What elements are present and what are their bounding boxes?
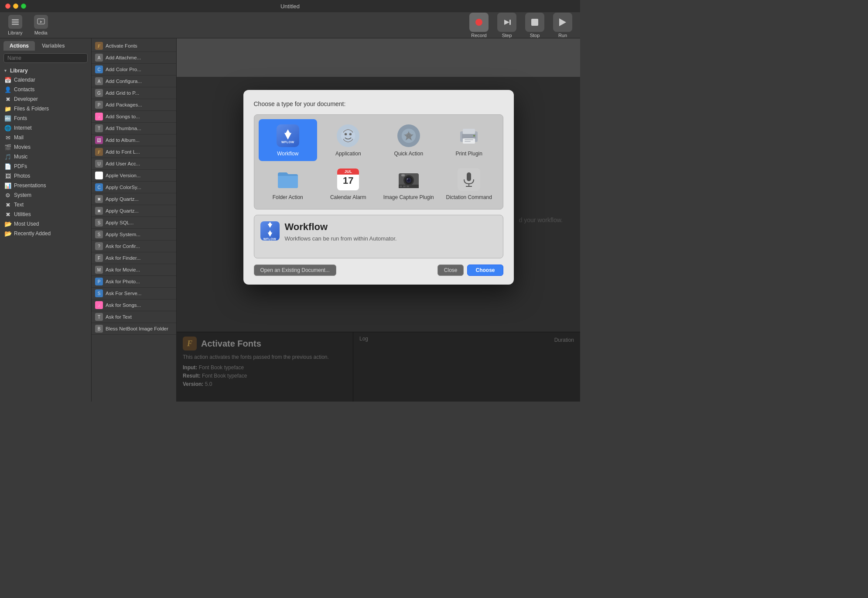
action-icon: ✖	[95, 195, 103, 203]
action-icon: S	[95, 230, 103, 238]
action-item-add-album[interactable]: 🖼 Add to Album...	[92, 134, 176, 146]
action-icon: U	[95, 160, 103, 168]
action-icon: M	[95, 266, 103, 274]
mail-icon: ✉	[4, 134, 11, 141]
action-icon: ♪	[95, 113, 103, 120]
action-item-ask-finder[interactable]: F Ask for Finder...	[92, 252, 176, 264]
action-label: Add to Font L...	[106, 149, 140, 155]
action-icon: S	[95, 289, 103, 297]
doc-type-dictation[interactable]: Dictation Command	[440, 163, 499, 205]
application-icon-wrap	[336, 124, 360, 148]
stop-button[interactable]: Stop	[522, 11, 548, 40]
sidebar-item-recently-added[interactable]: 📂 Recently Added	[0, 229, 91, 238]
run-button[interactable]: Run	[550, 11, 576, 40]
action-item-ask-movie[interactable]: M Ask for Movie...	[92, 264, 176, 276]
fullscreen-button[interactable]	[21, 3, 26, 9]
sidebar-item-photos[interactable]: 🖼 Photos	[0, 171, 91, 181]
sidebar-tabs: Actions Variables	[0, 38, 91, 51]
library-list: ▼ Library 📅 Calendar 👤 Contacts ✖ Develo…	[0, 65, 91, 402]
action-item-apply-colorsy[interactable]: C Apply ColorSy...	[92, 182, 176, 193]
sidebar-item-files[interactable]: 📁 Files & Folders	[0, 104, 91, 113]
media-button[interactable]: Media	[31, 13, 51, 37]
choose-button[interactable]: Choose	[467, 265, 503, 276]
action-item-ask-confirm[interactable]: ? Ask for Confir...	[92, 241, 176, 252]
sidebar-item-music[interactable]: 🎵 Music	[0, 152, 91, 162]
action-item-ask-photo[interactable]: P Ask for Photo...	[92, 276, 176, 288]
doc-type-folder-action[interactable]: Folder Action	[259, 163, 318, 205]
action-item-add-thumb[interactable]: T Add Thumbna...	[92, 123, 176, 134]
action-item-add-color[interactable]: C Add Color Pro...	[92, 64, 176, 76]
library-button[interactable]: Library	[4, 13, 26, 37]
sidebar-item-utilities[interactable]: ✖ Utilities	[0, 210, 91, 219]
action-item-add-grid[interactable]: G Add Grid to P...	[92, 87, 176, 99]
action-item-apple-version[interactable]: Apple Version...	[92, 170, 176, 182]
tab-variables[interactable]: Variables	[36, 41, 71, 51]
toolbar-right: Record Step Stop Run	[466, 11, 576, 40]
internet-icon: 🌐	[4, 124, 11, 131]
sidebar-item-internet[interactable]: 🌐 Internet	[0, 123, 91, 133]
action-item-ask-server[interactable]: S Ask For Serve...	[92, 288, 176, 299]
action-item-apply-quartz2[interactable]: ✖ Apply Quartz...	[92, 205, 176, 217]
sidebar-item-calendar[interactable]: 📅 Calendar	[0, 75, 91, 85]
action-label: Add Packages...	[106, 102, 142, 107]
search-input[interactable]	[3, 53, 88, 63]
sidebar-item-presentations[interactable]: 📊 Presentations	[0, 181, 91, 190]
action-item-apply-system[interactable]: S Apply System...	[92, 229, 176, 241]
action-label: Bless NetBoot Image Folder	[106, 326, 168, 331]
close-button[interactable]	[5, 3, 10, 9]
sidebar-item-label: Photos	[14, 173, 30, 179]
action-item-add-font-list[interactable]: F Add to Font L...	[92, 146, 176, 158]
record-button[interactable]: Record	[466, 11, 492, 40]
sidebar-item-most-used[interactable]: 📂 Most Used	[0, 219, 91, 229]
open-existing-button[interactable]: Open an Existing Document...	[254, 265, 336, 276]
action-item-add-config[interactable]: A Add Configura...	[92, 76, 176, 87]
doc-type-calendar-alarm[interactable]: JUL 17 Calendar Alarm	[319, 163, 378, 205]
sidebar-item-pdfs[interactable]: 📄 PDFs	[0, 162, 91, 171]
action-item-ask-text[interactable]: T Ask for Text	[92, 311, 176, 323]
sidebar-item-system[interactable]: ⚙ System	[0, 190, 91, 200]
action-item-apply-sql[interactable]: S Apply SQL...	[92, 217, 176, 229]
svg-rect-26	[400, 186, 402, 187]
action-item-add-attachment[interactable]: A Add Attachme...	[92, 52, 176, 64]
action-item-add-user[interactable]: U Add User Acc...	[92, 158, 176, 170]
action-item-apply-quartz1[interactable]: ✖ Apply Quartz...	[92, 193, 176, 205]
action-icon: ✖	[95, 207, 103, 215]
action-item-activate-fonts[interactable]: F Activate Fonts	[92, 40, 176, 52]
svg-point-5	[341, 129, 355, 143]
svg-rect-2	[12, 24, 19, 25]
sidebar-item-movies[interactable]: 🎬 Movies	[0, 142, 91, 152]
sidebar-item-label: Presentations	[14, 182, 46, 189]
action-icon: C	[95, 183, 103, 191]
action-item-add-songs[interactable]: ♪ Add Songs to...	[92, 111, 176, 123]
doc-type-image-capture[interactable]: Image Capture Plugin	[379, 163, 438, 205]
sidebar-item-label: Files & Folders	[14, 106, 49, 112]
action-icon: P	[95, 101, 103, 109]
doc-type-application[interactable]: Application	[319, 119, 378, 161]
action-label: Apply ColorSy...	[106, 185, 141, 190]
close-button[interactable]: Close	[437, 265, 464, 276]
doc-type-quick-action[interactable]: Quick Action	[379, 119, 438, 161]
desc-wflow-icon: WFLOW	[260, 221, 280, 241]
sidebar-item-text[interactable]: ✖ Text	[0, 200, 91, 210]
action-item-bless-netboot[interactable]: B Bless NetBoot Image Folder	[92, 323, 176, 335]
action-item-ask-songs[interactable]: ♪ Ask for Songs...	[92, 299, 176, 311]
minimize-button[interactable]	[13, 3, 18, 9]
doc-type-workflow[interactable]: WFLOW Workflow	[259, 119, 318, 161]
tab-actions[interactable]: Actions	[3, 41, 35, 51]
action-item-add-packages[interactable]: P Add Packages...	[92, 99, 176, 111]
action-icon: 🖼	[95, 136, 103, 144]
svg-rect-28	[407, 186, 409, 187]
action-label: Add Attachme...	[106, 55, 141, 60]
doc-type-print-plugin[interactable]: Print Plugin	[440, 119, 499, 161]
step-button[interactable]: Step	[494, 11, 520, 40]
run-label: Run	[558, 33, 567, 38]
action-label: Ask for Finder...	[106, 255, 141, 261]
image-capture-type-label: Image Capture Plugin	[383, 194, 434, 200]
sidebar-item-contacts[interactable]: 👤 Contacts	[0, 85, 91, 94]
sidebar-item-mail[interactable]: ✉ Mail	[0, 133, 91, 142]
sidebar-item-label: Recently Added	[14, 230, 51, 237]
sidebar-item-developer[interactable]: ✖ Developer	[0, 94, 91, 104]
sidebar-item-fonts[interactable]: 🔤 Fonts	[0, 113, 91, 123]
print-plugin-icon-wrap	[457, 124, 481, 148]
action-label: Apply System...	[106, 232, 140, 237]
